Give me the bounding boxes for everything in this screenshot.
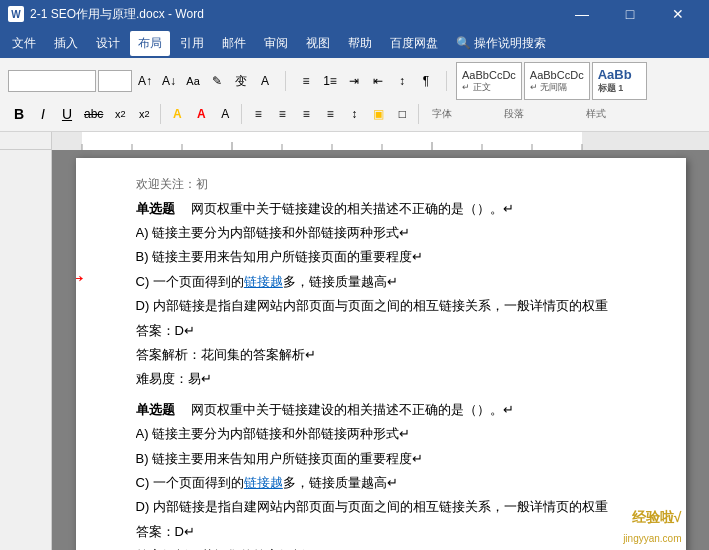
close-button[interactable]: ✕ — [655, 0, 701, 28]
window-controls[interactable]: — □ ✕ — [559, 0, 701, 28]
font-name-input[interactable] — [8, 70, 96, 92]
search-icon: 🔍 — [456, 36, 471, 50]
page-scroll[interactable]: → Ctrl+A 欢迎关注：初 单选题 网页权重中关于链接建设的相关描述不正确的… — [52, 150, 709, 550]
align-left-button[interactable]: ≡ — [247, 103, 269, 125]
separator4 — [241, 104, 242, 124]
doc-pre-text: 欢迎关注：初 — [136, 174, 646, 196]
justify-button[interactable]: ≡ — [319, 103, 341, 125]
question1-text: 网页权重中关于链接建设的相关描述不正确的是（）。↵ — [191, 201, 514, 216]
change-case-button[interactable]: Aa — [182, 70, 204, 92]
ruler-area — [0, 132, 709, 150]
question1-type-label: 单选题 — [136, 201, 188, 216]
style-normal[interactable]: AaBbCcDc ↵ 正文 — [456, 62, 522, 100]
subscript-button[interactable]: x2 — [109, 103, 131, 125]
outdent-button[interactable]: ⇤ — [367, 70, 389, 92]
strikethrough-button[interactable]: abc — [80, 103, 107, 125]
italic-button[interactable]: I — [32, 103, 54, 125]
font-style-button[interactable]: A — [214, 103, 236, 125]
menu-search[interactable]: 🔍操作说明搜索 — [448, 31, 554, 56]
doc-q1-analysis: 答案解析：花间集的答案解析↵ — [136, 343, 646, 366]
sidebar-panel: 则 — [0, 150, 52, 550]
style-no-spacing[interactable]: AaBbCcDc ↵ 无间隔 — [524, 62, 590, 100]
bold-button[interactable]: B — [8, 103, 30, 125]
menu-bar: 文件 插入 设计 布局 引用 邮件 审阅 视图 帮助 百度网盘 🔍操作说明搜索 — [0, 28, 709, 58]
align-center-button[interactable]: ≡ — [271, 103, 293, 125]
doc-q1-answer: 答案：D↵ — [136, 319, 646, 342]
doc-q1-optionD: D) 内部链接是指自建网站内部页面与页面之间的相互链接关系，一般详情页的权重 — [136, 294, 646, 317]
title-bar-title: 2-1 SEO作用与原理.docx - Word — [30, 6, 204, 23]
separator1 — [285, 71, 286, 91]
doc-question1-type: 单选题 网页权重中关于链接建设的相关描述不正确的是（）。↵ — [136, 197, 646, 220]
highlight-button[interactable]: A — [166, 103, 188, 125]
font-size-increase-button[interactable]: A↑ — [134, 70, 156, 92]
link1: 链接越 — [244, 274, 283, 289]
doc-q2-answer: 答案：D↵ — [136, 520, 646, 543]
list-number-button[interactable]: 1≡ — [319, 70, 341, 92]
menu-insert[interactable]: 插入 — [46, 31, 86, 56]
doc-q2-optionC: C) 一个页面得到的链接越多，链接质量越高↵ — [136, 471, 646, 494]
watermark: 经验啦√ jingyyan.com — [623, 505, 681, 548]
watermark-text: 经验啦√ — [623, 505, 681, 530]
line-spacing-button[interactable]: ↕ — [343, 103, 365, 125]
menu-layout[interactable]: 布局 — [130, 31, 170, 56]
separator2 — [446, 71, 447, 91]
underline-button[interactable]: U — [56, 103, 78, 125]
menu-design[interactable]: 设计 — [88, 31, 128, 56]
sort-button[interactable]: ↕ — [391, 70, 413, 92]
style-heading1[interactable]: AaBb 标题 1 — [592, 62, 647, 100]
shading-button[interactable]: ▣ — [367, 103, 389, 125]
watermark-subtext: jingyyan.com — [623, 530, 681, 548]
doc-q1-difficulty: 难易度：易↵ — [136, 367, 646, 390]
document-page: → Ctrl+A 欢迎关注：初 单选题 网页权重中关于链接建设的相关描述不正确的… — [76, 158, 686, 550]
font-clear-button[interactable]: A — [254, 70, 276, 92]
menu-help[interactable]: 帮助 — [340, 31, 380, 56]
font-color2-button[interactable]: A — [190, 103, 212, 125]
paragraph-group-label: 段落 — [454, 107, 524, 121]
doc-q2-optionA: A) 链接主要分为内部链接和外部链接两种形式↵ — [136, 422, 646, 445]
menu-review[interactable]: 审阅 — [256, 31, 296, 56]
word-icon: W — [8, 6, 24, 22]
font-transform-button[interactable]: 变 — [230, 70, 252, 92]
menu-baidu[interactable]: 百度网盘 — [382, 31, 446, 56]
doc-q2-optionD: D) 内部链接是指自建网站内部页面与页面之间的相互链接关系，一般详情页的权重 — [136, 495, 646, 518]
styles-group-label: 样式 — [526, 107, 606, 121]
menu-file[interactable]: 文件 — [4, 31, 44, 56]
doc-q1-optionA: A) 链接主要分为内部链接和外部链接两种形式↵ — [136, 221, 646, 244]
ruler-sidebar-space — [0, 132, 52, 149]
minimize-button[interactable]: — — [559, 0, 605, 28]
maximize-button[interactable]: □ — [607, 0, 653, 28]
arrow-annotation: → — [76, 258, 88, 298]
border-button[interactable]: □ — [391, 103, 413, 125]
title-bar: W 2-1 SEO作用与原理.docx - Word — □ ✕ — [0, 0, 709, 28]
font-color-button[interactable]: ✎ — [206, 70, 228, 92]
doc-question2-type: 单选题 网页权重中关于链接建设的相关描述不正确的是（）。↵ — [136, 398, 646, 421]
font-size-input[interactable] — [98, 70, 132, 92]
doc-q1-optionC: C) 一个页面得到的链接越多，链接质量越高↵ — [136, 270, 646, 293]
content-area: 则 → Ctrl+A 欢迎关注：初 单选题 网页权重中关于链接建设的相关描述不正… — [0, 150, 709, 550]
doc-q2-optionB: B) 链接主要用来告知用户所链接页面的重要程度↵ — [136, 447, 646, 470]
doc-q1-optionB: B) 链接主要用来告知用户所链接页面的重要程度↵ — [136, 245, 646, 268]
title-bar-left: W 2-1 SEO作用与原理.docx - Word — [8, 6, 204, 23]
question2-type-label: 单选题 — [136, 402, 188, 417]
ribbon: A↑ A↓ Aa ✎ 变 A ≡ 1≡ ⇥ ⇤ ↕ ¶ AaBbCcDc ↵ 正… — [0, 58, 709, 132]
align-right-button[interactable]: ≡ — [295, 103, 317, 125]
list-bullet-button[interactable]: ≡ — [295, 70, 317, 92]
superscript-button[interactable]: x2 — [133, 103, 155, 125]
font-group-label: 字体 — [424, 107, 452, 121]
menu-references[interactable]: 引用 — [172, 31, 212, 56]
menu-view[interactable]: 视图 — [298, 31, 338, 56]
separator5 — [418, 104, 419, 124]
separator3 — [160, 104, 161, 124]
link2: 链接越 — [244, 475, 283, 490]
indent-button[interactable]: ⇥ — [343, 70, 365, 92]
question2-text: 网页权重中关于链接建设的相关描述不正确的是（）。↵ — [191, 402, 514, 417]
menu-mailings[interactable]: 邮件 — [214, 31, 254, 56]
horizontal-ruler — [52, 132, 709, 150]
show-hide-button[interactable]: ¶ — [415, 70, 437, 92]
font-size-decrease-button[interactable]: A↓ — [158, 70, 180, 92]
doc-q2-analysis: 答案解析：花间集的答案解析↵ — [136, 544, 646, 550]
